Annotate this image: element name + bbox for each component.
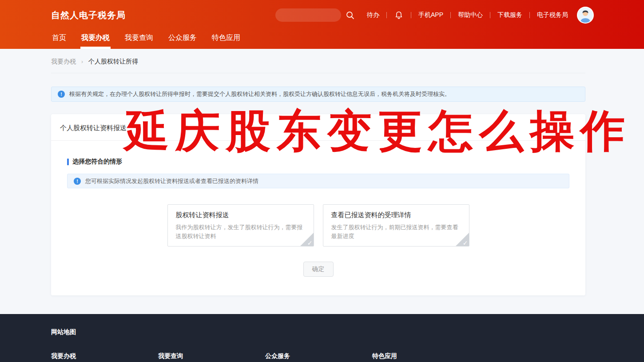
footer-col-title: 特色应用 — [372, 352, 479, 360]
header: 自然人电子税务局 待办 手机APP 帮助中心 — [0, 0, 644, 49]
header-links: 待办 手机APP 帮助中心 下载服务 电子税务局 — [367, 10, 568, 20]
hint-text: 您可根据实际情况发起股权转让资料报送或者查看已报送的资料详情 — [85, 177, 258, 185]
option-desc: 发生了股权转让行为，前期已报送资料，需要查看最新进度 — [331, 223, 461, 241]
footer-col-title: 我要办税 — [51, 352, 158, 360]
option-card-submit[interactable]: 股权转让资料报送 我作为股权转让方，发生了股权转让行为，需要报送股权转让资料 ✓ — [167, 204, 314, 247]
footer-col-title: 公众服务 — [265, 352, 372, 360]
confirm-button[interactable]: 确定 — [303, 262, 334, 277]
bell-icon[interactable] — [394, 10, 404, 20]
section-bar-icon — [67, 159, 69, 165]
option-title: 股权转让资料报送 — [176, 211, 306, 219]
main-container: 我要办税 › 个人股权转让所得 ! 根据有关规定，在办理个人股权转让所得申报时，… — [51, 49, 585, 295]
divider — [490, 12, 490, 18]
mobile-app-link[interactable]: 手机APP — [418, 11, 443, 19]
info-icon: ! — [74, 178, 81, 185]
search-icon[interactable] — [346, 11, 354, 20]
sitemap-title: 网站地图 — [51, 328, 644, 336]
check-icon: ✓ — [463, 239, 468, 247]
divider — [529, 12, 530, 18]
footer-col-inquiry: 我要查询 申报信息查询 — [158, 352, 265, 362]
user-avatar[interactable] — [577, 7, 594, 24]
option-card-view-status[interactable]: 查看已报送资料的受理详情 发生了股权转让行为，前期已报送资料，需要查看最新进度 … — [323, 204, 469, 247]
info-icon: ! — [58, 91, 65, 98]
nav-inquiry[interactable]: 我要查询 — [124, 33, 154, 49]
breadcrumb-separator-icon: › — [81, 59, 83, 65]
nav-featured-apps[interactable]: 特色应用 — [211, 33, 241, 49]
nav-public-service[interactable]: 公众服务 — [167, 33, 198, 49]
panel-title: 个人股权转让资料报送 — [51, 114, 585, 141]
etax-bureau-link[interactable]: 电子税务局 — [537, 11, 568, 19]
transfer-panel: 个人股权转让资料报送 选择您符合的情形 ! 您可根据实际情况发起股权转让资料报送… — [51, 114, 585, 295]
footer-col-title: 我要查询 — [158, 352, 265, 360]
divider — [450, 12, 451, 18]
search-input[interactable] — [275, 8, 341, 22]
option-desc: 我作为股权转让方，发生了股权转让行为，需要报送股权转让资料 — [176, 223, 306, 241]
header-search — [275, 8, 354, 22]
breadcrumb-parent[interactable]: 我要办税 — [51, 58, 76, 66]
download-service-link[interactable]: 下载服务 — [497, 11, 522, 19]
footer-columns: 我要办税 专项附加扣除填报 我要查询 申报信息查询 公众服务 票证查验 特色应用 — [51, 352, 644, 362]
check-icon: ✓ — [307, 239, 313, 247]
section-title: 选择您符合的情形 — [67, 158, 569, 166]
option-list: 股权转让资料报送 我作为股权转让方，发生了股权转让行为，需要报送股权转让资料 ✓… — [67, 204, 569, 247]
nav-tax-handling[interactable]: 我要办税 — [80, 33, 111, 49]
help-center-link[interactable]: 帮助中心 — [458, 11, 483, 19]
notice-text: 根据有关规定，在办理个人股权转让所得申报时，需要提交个人股权转让相关资料，股权受… — [69, 90, 450, 98]
todo-link[interactable]: 待办 — [367, 11, 379, 19]
footer-col-public-service: 公众服务 票证查验 — [265, 352, 372, 362]
notice-bar: ! 根据有关规定，在办理个人股权转让所得申报时，需要提交个人股权转让相关资料，股… — [51, 87, 585, 102]
breadcrumb: 我要办税 › 个人股权转让所得 — [51, 49, 585, 73]
hint-bar: ! 您可根据实际情况发起股权转让资料报送或者查看已报送的资料详情 — [67, 174, 569, 188]
footer-col-featured-apps: 特色应用 — [372, 352, 479, 362]
site-logo: 自然人电子税务局 — [51, 9, 126, 21]
header-top-row: 自然人电子税务局 待办 手机APP 帮助中心 — [0, 0, 644, 30]
nav-home[interactable]: 首页 — [51, 33, 67, 49]
main-nav: 首页 我要办税 我要查询 公众服务 特色应用 — [0, 30, 644, 49]
breadcrumb-current: 个人股权转让所得 — [88, 58, 138, 66]
footer: 网站地图 我要办税 专项附加扣除填报 我要查询 申报信息查询 公众服务 票证查验… — [0, 314, 644, 362]
footer-col-tax-handling: 我要办税 专项附加扣除填报 — [51, 352, 158, 362]
option-title: 查看已报送资料的受理详情 — [331, 211, 461, 219]
section-title-text: 选择您符合的情形 — [72, 158, 122, 166]
divider — [411, 12, 411, 18]
divider — [386, 12, 387, 18]
